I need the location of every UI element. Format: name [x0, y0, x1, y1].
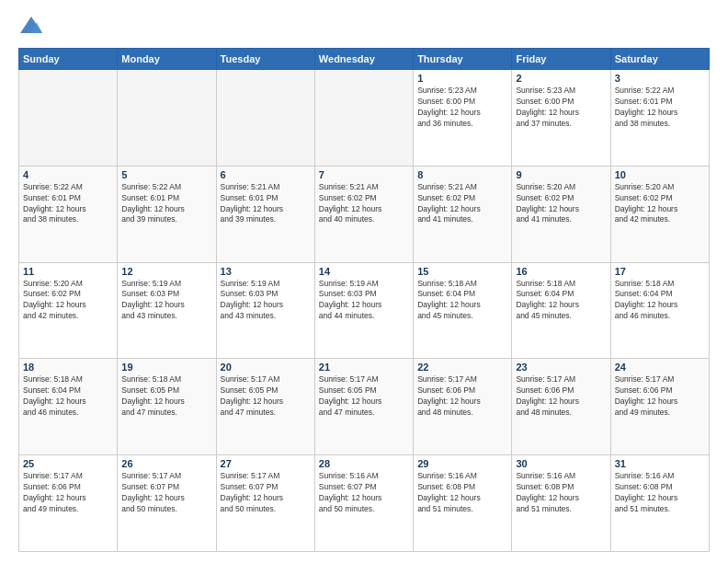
calendar-day-cell: 15Sunrise: 5:18 AM Sunset: 6:04 PM Dayli… [414, 262, 512, 359]
calendar-day-cell: 8Sunrise: 5:21 AM Sunset: 6:02 PM Daylig… [414, 166, 512, 262]
calendar-day-header: Monday [118, 49, 216, 70]
calendar-day-cell: 25Sunrise: 5:17 AM Sunset: 6:06 PM Dayli… [19, 455, 118, 552]
day-number: 20 [221, 362, 311, 373]
day-number: 26 [121, 458, 211, 469]
day-info: Sunrise: 5:18 AM Sunset: 6:04 PM Dayligh… [417, 279, 507, 323]
logo [18, 15, 48, 40]
day-number: 24 [615, 362, 705, 373]
calendar-day-cell: 4Sunrise: 5:22 AM Sunset: 6:01 PM Daylig… [19, 166, 118, 262]
day-number: 23 [516, 362, 606, 373]
calendar-day-cell: 11Sunrise: 5:20 AM Sunset: 6:02 PM Dayli… [19, 262, 118, 359]
day-info: Sunrise: 5:18 AM Sunset: 6:04 PM Dayligh… [615, 279, 705, 323]
calendar-day-cell: 27Sunrise: 5:17 AM Sunset: 6:07 PM Dayli… [216, 455, 314, 552]
day-info: Sunrise: 5:20 AM Sunset: 6:02 PM Dayligh… [516, 182, 606, 226]
calendar-day-header: Wednesday [314, 49, 413, 70]
day-number: 7 [319, 169, 409, 180]
calendar-day-cell [118, 70, 216, 167]
calendar-week-row: 25Sunrise: 5:17 AM Sunset: 6:06 PM Dayli… [19, 455, 710, 552]
calendar-day-header: Friday [512, 49, 610, 70]
calendar-day-cell: 6Sunrise: 5:21 AM Sunset: 6:01 PM Daylig… [216, 166, 314, 262]
calendar-day-cell: 16Sunrise: 5:18 AM Sunset: 6:04 PM Dayli… [512, 262, 610, 359]
calendar-day-cell: 28Sunrise: 5:16 AM Sunset: 6:07 PM Dayli… [314, 455, 413, 552]
calendar-day-header: Thursday [414, 49, 512, 70]
day-number: 12 [121, 266, 211, 277]
calendar-day-cell: 2Sunrise: 5:23 AM Sunset: 6:00 PM Daylig… [512, 70, 610, 167]
day-number: 4 [23, 169, 113, 180]
logo-icon [18, 15, 44, 40]
day-number: 15 [417, 266, 507, 277]
day-info: Sunrise: 5:22 AM Sunset: 6:01 PM Dayligh… [615, 86, 705, 130]
day-number: 11 [23, 266, 113, 277]
calendar-day-cell: 3Sunrise: 5:22 AM Sunset: 6:01 PM Daylig… [610, 70, 709, 167]
day-number: 17 [615, 266, 705, 277]
calendar-day-cell: 7Sunrise: 5:21 AM Sunset: 6:02 PM Daylig… [314, 166, 413, 262]
calendar-header-row: SundayMondayTuesdayWednesdayThursdayFrid… [19, 49, 710, 70]
calendar-day-cell [216, 70, 314, 167]
day-info: Sunrise: 5:22 AM Sunset: 6:01 PM Dayligh… [121, 182, 211, 226]
day-info: Sunrise: 5:16 AM Sunset: 6:08 PM Dayligh… [417, 471, 507, 515]
day-info: Sunrise: 5:16 AM Sunset: 6:08 PM Dayligh… [516, 471, 606, 515]
calendar-day-cell: 9Sunrise: 5:20 AM Sunset: 6:02 PM Daylig… [512, 166, 610, 262]
calendar-day-cell: 30Sunrise: 5:16 AM Sunset: 6:08 PM Dayli… [512, 455, 610, 552]
calendar-day-cell: 19Sunrise: 5:18 AM Sunset: 6:05 PM Dayli… [118, 359, 216, 455]
day-number: 6 [221, 169, 311, 180]
day-info: Sunrise: 5:18 AM Sunset: 6:04 PM Dayligh… [516, 279, 606, 323]
calendar-day-header: Saturday [610, 49, 709, 70]
day-number: 29 [417, 458, 507, 469]
calendar-day-header: Tuesday [216, 49, 314, 70]
calendar-day-cell: 13Sunrise: 5:19 AM Sunset: 6:03 PM Dayli… [216, 262, 314, 359]
day-number: 28 [319, 458, 409, 469]
calendar-day-cell: 17Sunrise: 5:18 AM Sunset: 6:04 PM Dayli… [610, 262, 709, 359]
day-number: 5 [121, 169, 211, 180]
day-info: Sunrise: 5:17 AM Sunset: 6:06 PM Dayligh… [615, 374, 705, 419]
day-info: Sunrise: 5:17 AM Sunset: 6:06 PM Dayligh… [23, 471, 113, 515]
day-info: Sunrise: 5:21 AM Sunset: 6:02 PM Dayligh… [417, 182, 507, 226]
calendar-table: SundayMondayTuesdayWednesdayThursdayFrid… [18, 48, 710, 552]
day-info: Sunrise: 5:19 AM Sunset: 6:03 PM Dayligh… [121, 279, 211, 323]
day-number: 9 [516, 169, 606, 180]
day-number: 19 [121, 362, 211, 373]
day-number: 18 [23, 362, 113, 373]
day-number: 30 [516, 458, 606, 469]
calendar-day-cell: 12Sunrise: 5:19 AM Sunset: 6:03 PM Dayli… [118, 262, 216, 359]
calendar-day-cell [19, 70, 118, 167]
calendar-day-cell: 31Sunrise: 5:16 AM Sunset: 6:08 PM Dayli… [610, 455, 709, 552]
day-info: Sunrise: 5:22 AM Sunset: 6:01 PM Dayligh… [23, 182, 113, 226]
page: SundayMondayTuesdayWednesdayThursdayFrid… [0, 0, 728, 563]
day-info: Sunrise: 5:23 AM Sunset: 6:00 PM Dayligh… [516, 86, 606, 130]
day-number: 16 [516, 266, 606, 277]
calendar-day-cell: 20Sunrise: 5:17 AM Sunset: 6:05 PM Dayli… [216, 359, 314, 455]
day-number: 10 [615, 169, 705, 180]
calendar-day-cell: 5Sunrise: 5:22 AM Sunset: 6:01 PM Daylig… [118, 166, 216, 262]
day-info: Sunrise: 5:20 AM Sunset: 6:02 PM Dayligh… [23, 279, 113, 323]
day-number: 25 [23, 458, 113, 469]
day-info: Sunrise: 5:20 AM Sunset: 6:02 PM Dayligh… [615, 182, 705, 226]
calendar-day-cell: 14Sunrise: 5:19 AM Sunset: 6:03 PM Dayli… [314, 262, 413, 359]
calendar-day-header: Sunday [19, 49, 118, 70]
day-info: Sunrise: 5:17 AM Sunset: 6:07 PM Dayligh… [221, 471, 311, 515]
day-info: Sunrise: 5:17 AM Sunset: 6:06 PM Dayligh… [417, 374, 507, 419]
day-info: Sunrise: 5:17 AM Sunset: 6:05 PM Dayligh… [319, 374, 409, 419]
calendar-day-cell: 21Sunrise: 5:17 AM Sunset: 6:05 PM Dayli… [314, 359, 413, 455]
day-info: Sunrise: 5:17 AM Sunset: 6:07 PM Dayligh… [121, 471, 211, 515]
day-info: Sunrise: 5:18 AM Sunset: 6:05 PM Dayligh… [121, 374, 211, 419]
calendar-day-cell: 1Sunrise: 5:23 AM Sunset: 6:00 PM Daylig… [414, 70, 512, 167]
day-number: 1 [417, 73, 507, 84]
day-info: Sunrise: 5:18 AM Sunset: 6:04 PM Dayligh… [23, 374, 113, 419]
day-number: 14 [319, 266, 409, 277]
calendar-day-cell [314, 70, 413, 167]
day-info: Sunrise: 5:19 AM Sunset: 6:03 PM Dayligh… [221, 279, 311, 323]
day-info: Sunrise: 5:19 AM Sunset: 6:03 PM Dayligh… [319, 279, 409, 323]
calendar-day-cell: 29Sunrise: 5:16 AM Sunset: 6:08 PM Dayli… [414, 455, 512, 552]
day-info: Sunrise: 5:16 AM Sunset: 6:07 PM Dayligh… [319, 471, 409, 515]
calendar-week-row: 1Sunrise: 5:23 AM Sunset: 6:00 PM Daylig… [19, 70, 710, 167]
calendar-day-cell: 23Sunrise: 5:17 AM Sunset: 6:06 PM Dayli… [512, 359, 610, 455]
day-number: 8 [417, 169, 507, 180]
calendar-day-cell: 22Sunrise: 5:17 AM Sunset: 6:06 PM Dayli… [414, 359, 512, 455]
day-info: Sunrise: 5:17 AM Sunset: 6:06 PM Dayligh… [516, 374, 606, 419]
day-number: 27 [221, 458, 311, 469]
day-number: 3 [615, 73, 705, 84]
calendar-day-cell: 18Sunrise: 5:18 AM Sunset: 6:04 PM Dayli… [19, 359, 118, 455]
day-info: Sunrise: 5:17 AM Sunset: 6:05 PM Dayligh… [221, 374, 311, 419]
day-number: 13 [221, 266, 311, 277]
